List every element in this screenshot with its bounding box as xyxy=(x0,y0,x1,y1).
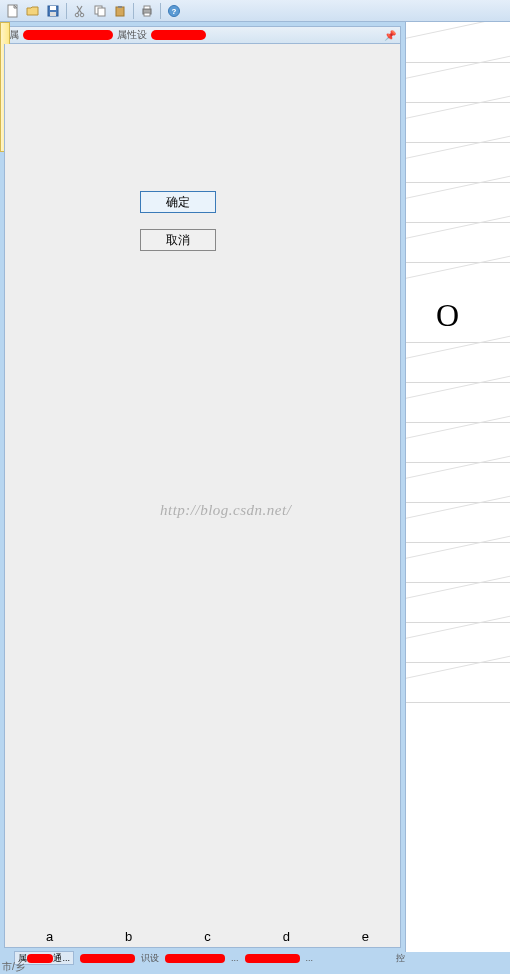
ok-button[interactable]: 确定 xyxy=(140,191,216,213)
svg-rect-3 xyxy=(50,12,56,16)
panel-body: 确定 取消 http://blog.csdn.net/ xyxy=(4,44,401,948)
redacted-text xyxy=(151,30,206,40)
svg-text:?: ? xyxy=(172,7,177,16)
cancel-button[interactable]: 取消 xyxy=(140,229,216,251)
paste-icon[interactable] xyxy=(111,2,129,20)
toolbar-separator xyxy=(160,3,161,19)
corner-text: 市/乡 xyxy=(2,960,25,974)
help-icon[interactable]: ? xyxy=(165,2,183,20)
bottom-tabs: 属通... 识设 ... ... 控 xyxy=(14,950,405,966)
svg-rect-12 xyxy=(144,13,150,16)
svg-rect-9 xyxy=(118,6,122,8)
cut-icon[interactable] xyxy=(71,2,89,20)
toolbar-separator xyxy=(66,3,67,19)
svg-rect-11 xyxy=(144,6,150,9)
redacted-text xyxy=(23,30,113,40)
bottom-labels: a b c d e xyxy=(10,929,405,944)
right-panel: O xyxy=(405,22,510,952)
redacted-tab xyxy=(80,954,135,963)
svg-rect-8 xyxy=(116,7,124,16)
svg-rect-2 xyxy=(50,6,56,10)
pin-icon[interactable]: 📌 xyxy=(384,30,396,41)
open-folder-icon[interactable] xyxy=(24,2,42,20)
main-area: 属 属性设 📌 确定 取消 http://blog.csdn.net/ xyxy=(0,22,510,952)
svg-rect-7 xyxy=(98,8,105,16)
new-file-icon[interactable] xyxy=(4,2,22,20)
redacted-tab xyxy=(165,954,225,963)
label-a: a xyxy=(46,929,53,944)
left-panel: 属 属性设 📌 确定 取消 http://blog.csdn.net/ xyxy=(0,22,405,952)
print-icon[interactable] xyxy=(138,2,156,20)
panel-header: 属 属性设 📌 xyxy=(4,26,401,44)
origin-symbol: O xyxy=(436,297,459,334)
copy-icon[interactable] xyxy=(91,2,109,20)
save-icon[interactable] xyxy=(44,2,62,20)
redacted-tab xyxy=(245,954,300,963)
grid-background xyxy=(406,22,510,952)
label-b: b xyxy=(125,929,132,944)
label-e: e xyxy=(362,929,369,944)
watermark-text: http://blog.csdn.net/ xyxy=(160,502,291,519)
main-toolbar: ? xyxy=(0,0,510,22)
label-c: c xyxy=(204,929,211,944)
toolbar-separator xyxy=(133,3,134,19)
label-d: d xyxy=(283,929,290,944)
